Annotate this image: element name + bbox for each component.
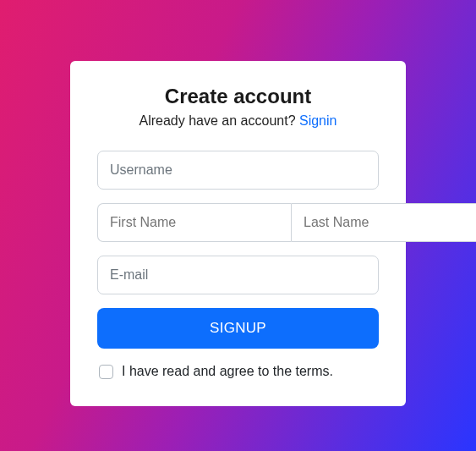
terms-row: I have read and agree to the terms.	[97, 364, 379, 379]
username-input[interactable]	[97, 151, 379, 190]
terms-label[interactable]: I have read and agree to the terms.	[122, 364, 333, 379]
email-input[interactable]	[97, 256, 379, 294]
last-name-input[interactable]	[291, 203, 476, 242]
signup-button[interactable]: SIGNUP	[97, 308, 379, 349]
subtitle-text: Already have an account?	[140, 113, 299, 128]
subtitle: Already have an account? Signin	[97, 113, 379, 129]
name-row	[97, 203, 379, 242]
first-name-input[interactable]	[97, 203, 291, 242]
terms-checkbox[interactable]	[99, 365, 113, 379]
page-title: Create account	[97, 85, 379, 108]
signup-card: Create account Already have an account? …	[70, 61, 406, 406]
signin-link[interactable]: Signin	[299, 113, 336, 128]
